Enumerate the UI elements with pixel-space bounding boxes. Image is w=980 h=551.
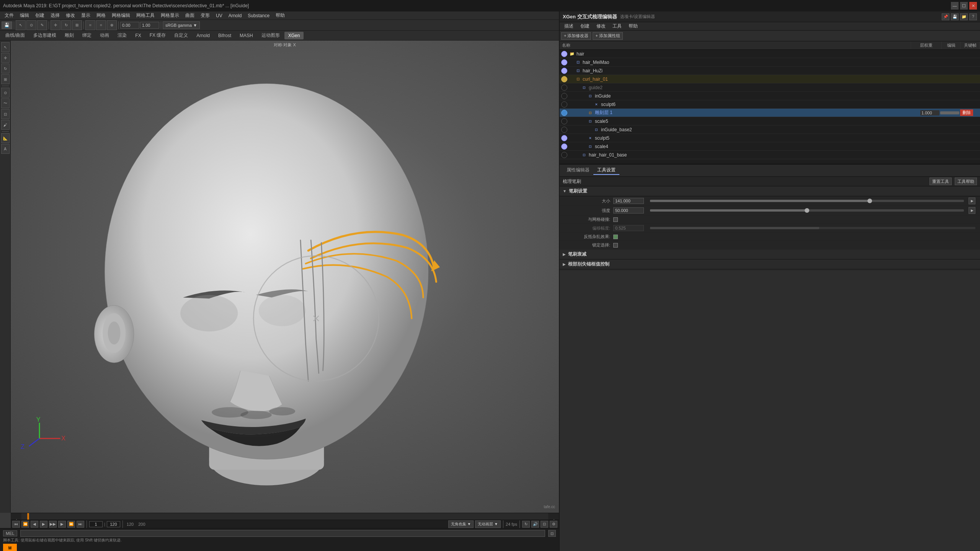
tree-row-sculpt5[interactable]: ✕ sculpt5 (560, 134, 980, 142)
scale-btn[interactable]: ⊞ (72, 20, 82, 30)
menu-mesh-display[interactable]: 网格显示 (158, 11, 182, 20)
sculpt1-del-btn[interactable]: 删除 (960, 109, 973, 116)
move-btn[interactable]: ✛ (51, 20, 60, 30)
menu-help[interactable]: 帮助 (273, 11, 288, 20)
menu-surface[interactable]: 曲面 (182, 11, 198, 20)
tab-bifrost[interactable]: Bifrost (214, 32, 235, 39)
minimize-button[interactable]: — (951, 2, 959, 10)
gamma-btn[interactable]: sRGB gamma ▼ (163, 21, 200, 29)
tab-sculpt[interactable]: 雕刻 (61, 31, 78, 40)
menu-mesh-edit[interactable]: 网格编辑 (109, 11, 133, 20)
menu-substance[interactable]: Substance (245, 12, 273, 19)
save-scene-btn[interactable]: 💾 (2, 21, 12, 29)
menu-uv[interactable]: UV (213, 12, 225, 19)
menu-arnold[interactable]: Arnold (225, 12, 245, 19)
playback-settings-btn[interactable]: ⚙ (550, 521, 557, 528)
xgen-menu-create[interactable]: 创建 (577, 22, 593, 30)
prop-strength-slider-thumb[interactable] (805, 208, 809, 213)
prop-offset-input[interactable] (613, 225, 644, 231)
prop-mesh-reflect-checkbox[interactable] (613, 217, 618, 222)
tree-row-scale5[interactable]: ⊡ scale5 (560, 117, 980, 126)
field-input2[interactable] (140, 22, 159, 29)
sound-btn[interactable]: 🔊 (531, 521, 539, 528)
mel-expand-btn[interactable]: ⊡ (548, 530, 556, 537)
left-paint-btn[interactable]: 🖌 (1, 120, 10, 130)
sculpt1-slider[interactable] (940, 111, 959, 114)
tab-tool-settings[interactable]: 工具设置 (593, 166, 619, 175)
left-sculpt-btn[interactable]: ⊡ (1, 109, 10, 119)
menu-select[interactable]: 选择 (47, 11, 63, 20)
xgen-pin-window-btn[interactable]: 📌 (942, 13, 949, 20)
xgen-menu-desc[interactable]: 描述 (561, 22, 577, 30)
tab-render[interactable]: 渲染 (114, 31, 131, 40)
play-back-btn[interactable]: ▶▶ (49, 521, 57, 528)
prop-size-slider-thumb[interactable] (867, 199, 872, 203)
play-btn[interactable]: ▶ (40, 521, 47, 528)
left-select-btn[interactable]: ↖ (1, 42, 10, 52)
reset-tool-btn[interactable]: 重置工具 (929, 178, 952, 185)
tab-attr-editor[interactable]: 属性编辑器 (563, 166, 593, 175)
loop-btn[interactable]: ↻ (522, 521, 530, 528)
tree-row-hairbase[interactable]: ⊡ hair_hair_01_base (560, 151, 980, 159)
brush-modifiers-section[interactable]: ▶ 笔刷衰减 (560, 249, 980, 259)
tree-row-guide2[interactable]: ⊡ guide2 (560, 83, 980, 92)
menu-deform[interactable]: 变形 (198, 11, 213, 20)
tab-anim[interactable]: 动画 (96, 31, 113, 40)
maximize-button[interactable]: ☐ (960, 2, 968, 10)
next-key-btn[interactable]: ⏩ (67, 521, 75, 528)
prop-strength-input[interactable] (613, 207, 644, 214)
tree-row-huzi[interactable]: ⊡ hair_HuZi (560, 67, 980, 75)
tab-arnold[interactable]: Arnold (193, 32, 214, 39)
prop-strength-slider[interactable] (650, 209, 964, 212)
menu-mesh-tools[interactable]: 网格工具 (133, 11, 158, 20)
tab-mash[interactable]: MASH (236, 32, 257, 39)
menu-create[interactable]: 创建 (32, 11, 47, 20)
tab-fx[interactable]: FX (131, 32, 145, 39)
rotate-btn[interactable]: ↻ (61, 20, 71, 30)
tab-mograph[interactable]: 运动图形 (258, 31, 284, 40)
anchor-fail-section[interactable]: ▶ 根部别失锚框值控制 (560, 259, 980, 269)
display-section[interactable]: ▶ 显示设置 (560, 269, 980, 271)
viewport[interactable]: X Y Z 对称·对象 X tafe.cc (11, 41, 559, 513)
paint-btn[interactable]: ✎ (37, 20, 47, 30)
tab-fxcache[interactable]: FX 缓存 (146, 31, 170, 40)
menu-mesh[interactable]: 网格 (93, 11, 109, 20)
left-scale-btn[interactable]: ⊞ (1, 74, 10, 84)
add-modifier-btn[interactable]: + 添加修改器 (561, 32, 591, 40)
tab-custom[interactable]: 自定义 (170, 31, 192, 40)
close-button[interactable]: ✕ (969, 2, 977, 10)
xgen-save-btn[interactable]: 💾 (951, 13, 959, 20)
tree-row-hair[interactable]: 📁 hair (560, 50, 980, 58)
tree-row-curlhair[interactable]: ⊡ curl_hair_01 (560, 75, 980, 83)
prop-size-input[interactable]: 141.000 (613, 198, 644, 204)
prop-strength-max-btn[interactable]: ▶ (969, 207, 975, 214)
lasso-btn[interactable]: ⊙ (26, 20, 36, 30)
left-rotate-btn[interactable]: ↻ (1, 64, 10, 73)
anim-layer-btn[interactable]: 无动画层 ▼ (475, 520, 501, 528)
xgen-menu-help[interactable]: 帮助 (626, 22, 641, 30)
xgen-menu-modify[interactable]: 修改 (593, 22, 609, 30)
left-annotation-btn[interactable]: A (1, 144, 10, 154)
prop-size-slider[interactable] (650, 200, 964, 202)
left-soft-sel-btn[interactable]: ⊙ (1, 88, 10, 98)
select-tool-btn[interactable]: ↖ (16, 20, 26, 30)
prop-limitsel-checkbox[interactable] (613, 243, 618, 248)
left-curve-btn[interactable]: 〜 (1, 98, 10, 108)
left-move-btn[interactable]: ✛ (1, 53, 10, 63)
tab-curves[interactable]: 曲线/曲面 (2, 31, 29, 40)
menu-modify[interactable]: 修改 (63, 11, 78, 20)
left-measure-btn[interactable]: 📐 (1, 133, 10, 143)
tree-row-meimao[interactable]: ⊡ hair_MeiMao (560, 58, 980, 67)
tree-row-scale4[interactable]: ⊡ scale4 (560, 142, 980, 151)
prev-key-btn[interactable]: ⏪ (21, 521, 29, 528)
add-attr-group-btn[interactable]: + 添加属性组 (593, 32, 622, 40)
field-input[interactable] (120, 22, 139, 29)
snap-grid-btn[interactable]: ⌗ (85, 20, 95, 30)
xgen-load-btn[interactable]: 📁 (960, 13, 968, 20)
tool-help-btn[interactable]: 工具帮助 (955, 178, 977, 185)
brush-settings-section[interactable]: ▼ 笔刷设置 (560, 186, 980, 196)
mel-input[interactable] (20, 530, 545, 537)
menu-file[interactable]: 文件 (2, 11, 17, 20)
char-set-btn[interactable]: 无角色集 ▼ (448, 520, 474, 528)
prev-frame-btn[interactable]: ◀ (31, 521, 38, 528)
